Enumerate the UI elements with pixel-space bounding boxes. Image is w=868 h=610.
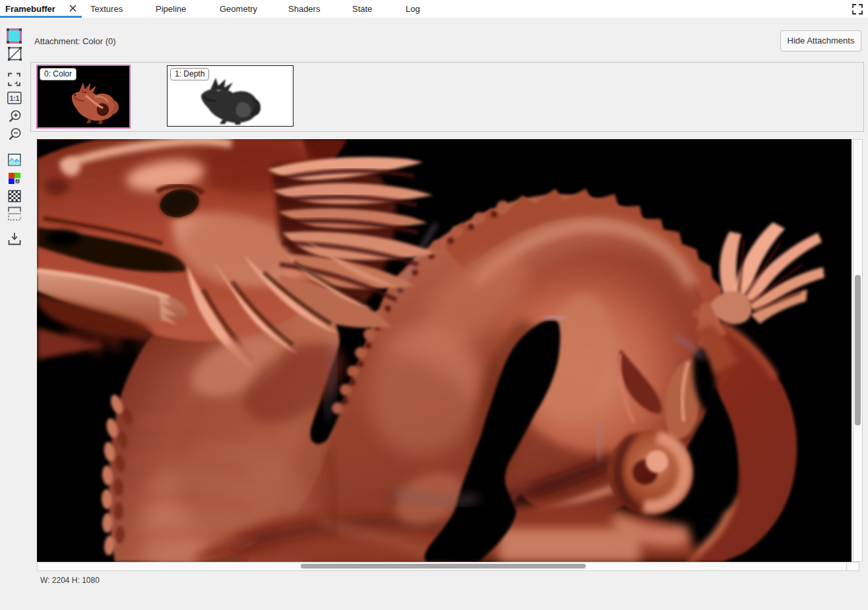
svg-text:A: A [16, 179, 19, 183]
svg-text:1:1: 1:1 [10, 95, 20, 102]
